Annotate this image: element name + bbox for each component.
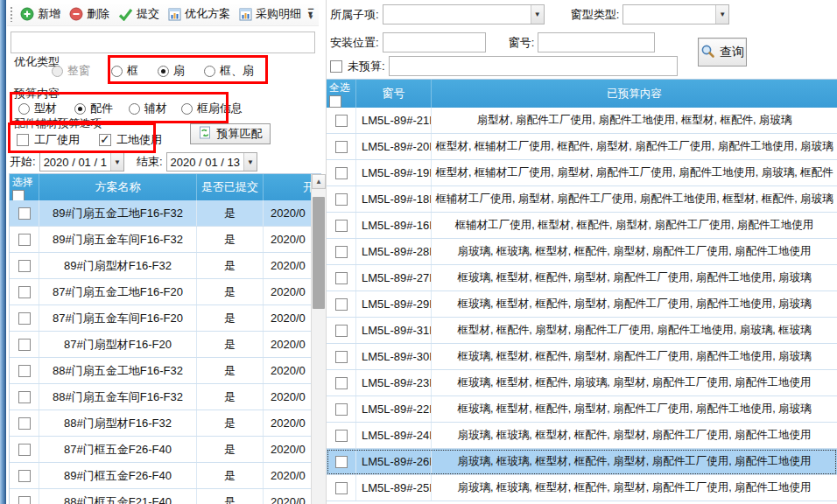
table-row[interactable]: LM5L-89#-18F16 框辅材工厂使用, 扇型材, 扇配件工厂使用, 扇配… [327,186,837,213]
window-type-combobox[interactable]: ▼ [622,4,729,24]
row-checkbox[interactable] [335,272,348,284]
table-row[interactable]: LM5L-89#-19F17 框型材, 框辅材工厂使用, 扇型材, 扇配件工厂使… [327,160,837,186]
radio-sash[interactable]: 扇 [158,63,185,79]
table-row[interactable]: 87#门框五金F26-F40 是 2020/0 [10,437,326,463]
end-date-picker[interactable]: 2020 / 01 / 13 ▼ [166,152,258,172]
radio-frame[interactable]: 框 [111,63,138,79]
row-checkbox[interactable] [335,141,348,153]
row-checkbox[interactable] [18,260,31,272]
checkbox-site-use[interactable]: 工地使用 [99,132,162,148]
budget-match-button[interactable]: 预算匹配 [190,123,271,144]
table-row[interactable]: 87#门扇五金工地F16-F20 是 2020/0 [10,279,326,305]
budgeted-content-cell: 框玻璃, 框型材, 框配件, 扇型材, 扇配件工厂使用, 扇配件工地使用, 扇玻… [432,396,837,422]
app-window: 新增 删除 提交 优化方案 采购明细 ▼ ▔▼ 优化类型 [0,0,837,504]
delete-button[interactable]: 删除 [65,4,114,24]
table-row[interactable]: 88#门框五金F21-F40 是 2020/0 [10,489,326,504]
row-checkbox[interactable] [18,312,31,325]
unbudgeted-input[interactable] [389,56,678,76]
row-checkbox[interactable] [335,403,348,416]
table-row[interactable]: LM5L-89#-20F18 框型材, 框辅材工厂使用, 框配件, 扇型材, 扇… [327,134,837,160]
unbudgeted-checkbox[interactable] [330,60,342,73]
table-row[interactable]: LM5L-89#-30F28 框玻璃, 框型材, 框配件, 扇型材, 扇配件工厂… [327,344,837,370]
optimize-plan-button[interactable]: 优化方案 [164,4,235,24]
table-row[interactable]: LM5L-89#-27F25 框玻璃, 框型材, 框配件, 扇型材, 扇配件工厂… [327,265,837,291]
install-location-input[interactable] [383,32,486,52]
table-row[interactable]: LM5L-89#-28F26 扇玻璃, 框玻璃, 框型材, 框配件, 扇型材, … [327,239,837,265]
row-checkbox[interactable] [335,115,348,127]
row-checkbox[interactable] [335,246,348,258]
plan-name-cell: 89#门扇五金工地F16-F32 [39,200,197,226]
row-checkbox[interactable] [18,470,31,482]
table-row[interactable]: LM5L-89#-23F21 框玻璃, 框型材, 框配件, 扇玻璃, 扇型材, … [327,370,837,396]
row-checkbox[interactable] [335,298,348,311]
submit-button[interactable]: 提交 [114,4,164,24]
row-checkbox[interactable] [335,325,348,337]
window-no-column-header[interactable]: 窗号 [356,80,432,108]
start-date-picker[interactable]: 2020 / 01 / 1 ▼ [39,152,124,172]
toolbar-grip[interactable] [10,6,12,22]
chevron-down-icon[interactable]: ▼ [243,153,257,171]
table-row[interactable]: 89#门扇五金工地F16-F32 是 2020/0 [10,200,326,227]
table-row[interactable]: LM5L-89#-24F22 扇玻璃, 框玻璃, 框型材, 框配件, 扇型材, … [327,423,837,449]
row-checkbox[interactable] [335,456,348,468]
sub-item-combobox[interactable]: ▼ [383,4,545,24]
plan-table-scrollbar[interactable]: ▲ [311,174,326,504]
radio-accessory[interactable]: 配件 [74,101,113,116]
table-row[interactable]: 88#门扇五金工地F16-F32 是 2020/0 [10,358,326,384]
table-row[interactable]: LM5L-89#-16F15 框辅材工厂使用, 框型材, 框配件, 扇型材, 扇… [327,213,837,239]
row-checkbox[interactable] [335,430,348,442]
chevron-down-icon[interactable]: ▼ [715,5,728,24]
row-checkbox[interactable] [18,417,31,430]
row-checkbox[interactable] [18,207,31,220]
table-row[interactable]: LM5L-89#-25F23 扇玻璃, 框玻璃, 框型材, 框配件, 扇型材, … [327,475,837,501]
radio-auxiliary[interactable]: 辅材 [129,101,167,116]
table-row[interactable]: 88#门扇五金车间F16-F32 是 2020/0 [10,384,326,410]
filter-row-1: 所属子项: ▼ 窗型类型: ▼ [330,4,729,24]
chevron-down-icon[interactable]: ▼ [531,5,544,24]
table-row[interactable]: 89#门框五金F26-F40 是 2020/0 [10,463,326,489]
table-row[interactable]: LM5L-89#-26F24 扇玻璃, 框玻璃, 框型材, 框配件, 扇型材, … [327,449,837,475]
add-button[interactable]: 新增 [16,4,65,24]
select-all-checkbox[interactable] [12,190,25,200]
window-no-input[interactable] [538,32,655,52]
row-checkbox[interactable] [335,193,348,206]
table-row[interactable]: LM5L-89#-21F19 扇型材, 扇配件工厂使用, 扇配件工地使用, 框型… [327,108,837,134]
checkbox-factory-use[interactable]: 工厂使用 [17,132,80,148]
query-button[interactable]: 查询 [698,38,747,66]
scrollbar-thumb[interactable] [313,197,325,309]
radio-frame-sash[interactable]: 框、扇 [204,63,254,79]
row-checkbox[interactable] [335,167,348,179]
row-checkbox[interactable] [335,377,348,389]
table-row[interactable]: LM5L-89#-31F29 框型材, 框配件, 扇型材, 扇配件工厂使用, 扇… [327,318,837,344]
select-all-checkbox[interactable] [329,95,341,108]
table-row[interactable]: 87#门扇五金车间F16-F20 是 2020/0 [10,305,326,332]
table-row[interactable]: LM5L-89#-29F27 框玻璃, 框型材, 框配件, 扇型材, 扇配件工厂… [327,291,837,318]
toolbar: 新增 删除 提交 优化方案 采购明细 ▼ ▔▼ [7,3,319,26]
table-row[interactable]: 88#门扇型材F16-F32 是 2020/0 [10,410,326,437]
row-checkbox[interactable] [335,220,348,232]
chevron-down-icon[interactable]: ▼ [110,153,123,171]
row-checkbox[interactable] [18,365,31,377]
toolbar-overflow-button[interactable]: ▔▼ [305,7,317,23]
plan-name-column-header[interactable]: 方案名称 [39,174,197,200]
row-checkbox[interactable] [18,496,31,504]
radio-whole-window[interactable]: 整窗 [52,63,90,79]
radio-profile[interactable]: 型材 [18,101,57,116]
row-checkbox[interactable] [335,351,348,363]
table-row[interactable]: 89#门扇型材F16-F32 是 2020/0 [10,253,326,279]
table-row[interactable]: 89#门扇五金车间F16-F32 是 2020/0 [10,227,326,253]
row-checkbox[interactable] [18,391,31,403]
scroll-up-icon[interactable]: ▲ [312,174,326,189]
row-checkbox[interactable] [18,286,31,298]
budgeted-content-column-header[interactable]: 已预算内容 [432,80,837,108]
submitted-column-header[interactable]: 是否已提交 [197,174,264,200]
radio-frame-sash-info[interactable]: 框扇信息 [181,101,243,116]
plan-search-input[interactable] [11,32,315,53]
row-checkbox[interactable] [18,234,31,246]
table-row[interactable]: LM5L-89#-22F20 框玻璃, 框型材, 框配件, 扇型材, 扇配件工厂… [327,396,837,423]
row-checkbox[interactable] [18,444,31,456]
table-row[interactable]: 87#门扇型材F16-F20 是 2020/0 [10,332,326,358]
radio-icon [52,66,63,77]
row-checkbox[interactable] [18,339,31,351]
row-checkbox[interactable] [335,482,348,494]
